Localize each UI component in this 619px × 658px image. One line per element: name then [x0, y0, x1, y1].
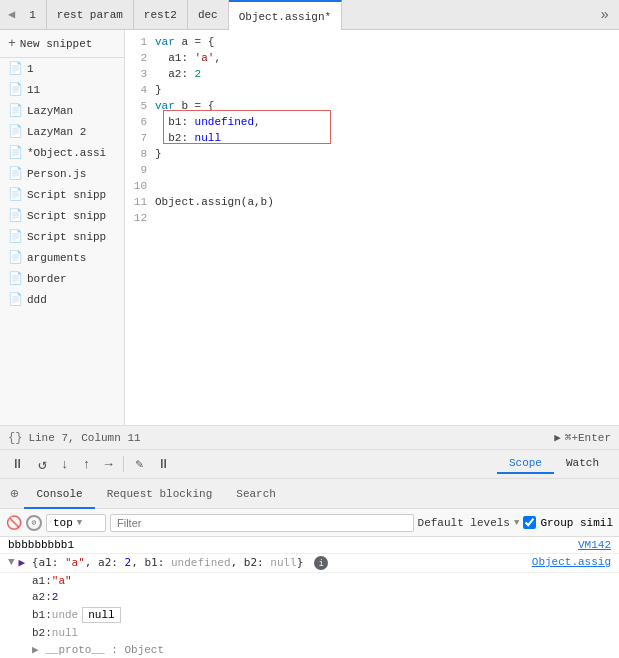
- sidebar-item-snippet1[interactable]: 📄 Script snipp: [0, 184, 124, 205]
- info-icon[interactable]: i: [314, 556, 328, 570]
- clear-console-button[interactable]: 🚫: [6, 515, 22, 531]
- status-bar: {} Line 7, Column 11 ▶ ⌘+Enter: [0, 425, 619, 449]
- tab-search[interactable]: Search: [224, 479, 288, 509]
- line-content: a2: 2: [155, 66, 201, 82]
- sidebar-item-objectassign[interactable]: 📄 *Object.assi: [0, 142, 124, 163]
- folder-icon: 📄: [8, 229, 23, 244]
- tab-scope[interactable]: Scope: [497, 454, 554, 474]
- nav-left-arrow[interactable]: ◀: [4, 7, 19, 22]
- code-lines: 1 var a = { 2 a1: 'a', 3 a2: 2 4 } 5 var…: [125, 30, 619, 230]
- group-similar-input[interactable]: [523, 516, 536, 529]
- folder-icon: 📄: [8, 271, 23, 286]
- prop-value-b1: unde: [52, 609, 78, 621]
- scope-watch-tabs: Scope Watch: [497, 454, 611, 474]
- code-line-6: 6 b1: undefined,: [125, 114, 619, 130]
- line-number: 7: [125, 130, 155, 146]
- pause-icon[interactable]: ⏸: [8, 455, 27, 474]
- tab-watch[interactable]: Watch: [554, 454, 611, 474]
- code-line-10: 10: [125, 178, 619, 194]
- sidebar-item-label: Person.js: [27, 168, 86, 180]
- sidebar-item-label: LazyMan 2: [27, 126, 86, 138]
- reload-icon[interactable]: ↺: [35, 453, 50, 476]
- sidebar-item-border[interactable]: 📄 border: [0, 268, 124, 289]
- tab-console[interactable]: Console: [24, 479, 94, 509]
- panel-expand-icon[interactable]: ⊕: [4, 485, 24, 502]
- proto-line[interactable]: ▶ __proto__ : Object: [0, 641, 619, 658]
- tab-request-blocking[interactable]: Request blocking: [95, 479, 225, 509]
- sidebar-item-ddd[interactable]: 📄 ddd: [0, 289, 124, 310]
- sidebar-item-snippet2[interactable]: 📄 Script snipp: [0, 205, 124, 226]
- pause-breakpoints-icon[interactable]: ⏸: [154, 455, 173, 474]
- step-out-icon[interactable]: →: [102, 455, 116, 474]
- console-toolbar: 🚫 ⊘ top ▼ Default levels ▼ Group simil: [0, 509, 619, 537]
- code-line-1: 1 var a = {: [125, 34, 619, 50]
- line-number: 4: [125, 82, 155, 98]
- entry-source-link[interactable]: VM142: [578, 539, 611, 551]
- default-levels-button[interactable]: Default levels ▼: [418, 517, 520, 529]
- entry-source-link2[interactable]: Object.assig: [532, 556, 611, 568]
- line-content: var a = {: [155, 34, 214, 50]
- prop-a1: a1: "a": [0, 573, 619, 589]
- step-into-icon[interactable]: ↑: [80, 455, 94, 474]
- stop-icon[interactable]: ⊘: [26, 515, 42, 531]
- run-button[interactable]: ▶ ⌘+Enter: [554, 431, 611, 444]
- console-entry-object[interactable]: ▼ ▶ {a1: "a", a2: 2, b1: undefined, b2: …: [0, 554, 619, 573]
- code-line-7: 7 b2: null: [125, 130, 619, 146]
- tab-rest2[interactable]: rest2: [134, 0, 188, 30]
- prop-b2: b2: null: [0, 625, 619, 641]
- tab-number[interactable]: 1: [19, 0, 47, 30]
- line-content: var b = {: [155, 98, 214, 114]
- sidebar-item-1[interactable]: 📄 1: [0, 58, 124, 79]
- run-shortcut-label: ⌘+Enter: [565, 431, 611, 444]
- prop-name: a1:: [32, 575, 52, 587]
- group-similar-checkbox[interactable]: Group simil: [523, 516, 613, 529]
- sidebar-item-lazyman[interactable]: 📄 LazyMan: [0, 100, 124, 121]
- tab-rest-param[interactable]: rest param: [47, 0, 134, 30]
- sidebar-item-label: Script snipp: [27, 210, 106, 222]
- sidebar-item-personjs[interactable]: 📄 Person.js: [0, 163, 124, 184]
- console-filter-input[interactable]: [110, 514, 414, 532]
- prop-value: "a": [52, 575, 72, 587]
- line-number: 6: [125, 114, 155, 130]
- prop-name: a2:: [32, 591, 52, 603]
- prop-value: 2: [52, 591, 59, 603]
- step-over-icon[interactable]: ↓: [58, 455, 72, 474]
- line-number: 10: [125, 178, 155, 194]
- sidebar-item-lazyman2[interactable]: 📄 LazyMan 2: [0, 121, 124, 142]
- edit-icon[interactable]: ✎: [132, 454, 146, 474]
- sidebar-item-arguments[interactable]: 📄 arguments: [0, 247, 124, 268]
- line-number: 3: [125, 66, 155, 82]
- object-preview: ▶ {a1: "a", a2: 2, b1: undefined, b2: nu…: [19, 556, 328, 570]
- code-editor[interactable]: 1 var a = { 2 a1: 'a', 3 a2: 2 4 } 5 var…: [125, 30, 619, 425]
- console-entry-label: bbbbbbbbb1 VM142: [0, 537, 619, 554]
- context-select[interactable]: top ▼: [46, 514, 106, 532]
- bottom-panel-tabs: ⊕ Console Request blocking Search: [0, 479, 619, 509]
- line-content: a1: 'a',: [155, 50, 221, 66]
- code-line-8: 8 }: [125, 146, 619, 162]
- console-output: bbbbbbbbb1 VM142 ▼ ▶ {a1: "a", a2: 2, b1…: [0, 537, 619, 658]
- sidebar-item-snippet3[interactable]: 📄 Script snipp: [0, 226, 124, 247]
- tab-object-assign[interactable]: Object.assign*: [229, 0, 342, 30]
- code-line-2: 2 a1: 'a',: [125, 50, 619, 66]
- bottom-area: ⊕ Console Request blocking Search 🚫 ⊘ to…: [0, 479, 619, 658]
- levels-dropdown-icon: ▼: [514, 518, 519, 528]
- prop-name: b2:: [32, 627, 52, 639]
- context-dropdown-icon: ▼: [77, 518, 82, 528]
- tabs-more-button[interactable]: »: [595, 7, 615, 23]
- sidebar-item-label: border: [27, 273, 67, 285]
- sidebar-item-label: Script snipp: [27, 231, 106, 243]
- line-number: 5: [125, 98, 155, 114]
- expand-arrow-icon[interactable]: ▼: [8, 556, 15, 568]
- main-area: + New snippet 📄 1 📄 11 📄 LazyMan 📄 LazyM…: [0, 30, 619, 425]
- sidebar-item-label: Script snipp: [27, 189, 106, 201]
- folder-icon: 📄: [8, 145, 23, 160]
- sidebar-item-11[interactable]: 📄 11: [0, 79, 124, 100]
- prop-name: b1:: [32, 609, 52, 621]
- line-content: }: [155, 146, 162, 162]
- sidebar-item-label: ddd: [27, 294, 47, 306]
- default-levels-label: Default levels: [418, 517, 510, 529]
- folder-icon: 📄: [8, 166, 23, 181]
- new-snippet-button[interactable]: + New snippet: [0, 30, 124, 58]
- run-triangle-icon: ▶: [554, 431, 561, 444]
- tab-dec[interactable]: dec: [188, 0, 229, 30]
